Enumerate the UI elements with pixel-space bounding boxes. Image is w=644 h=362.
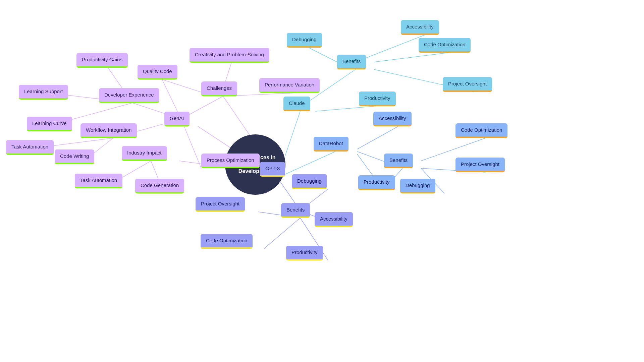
node-task-automation-left[interactable]: Task Automation [6, 140, 54, 155]
svg-line-27 [309, 48, 337, 62]
node-learning-curve[interactable]: Learning Curve [27, 117, 72, 131]
node-performance-variation[interactable]: Performance Variation [259, 78, 320, 93]
node-workflow-integration[interactable]: Workflow Integration [80, 123, 137, 138]
node-creativity[interactable]: Creativity and Problem-Solving [190, 48, 269, 63]
svg-line-29 [357, 126, 398, 149]
node-claude-benefits[interactable]: Benefits [337, 55, 366, 69]
node-code-generation[interactable]: Code Generation [135, 179, 184, 193]
svg-line-25 [374, 53, 448, 62]
node-genai[interactable]: GenAI [164, 112, 190, 126]
node-datarobot-productivity[interactable]: Productivity [358, 175, 395, 190]
node-claude-debugging[interactable]: Debugging [287, 33, 322, 48]
svg-line-24 [356, 35, 425, 62]
node-challenges[interactable]: Challenges [201, 81, 237, 96]
node-industry-impact[interactable]: Industry Impact [122, 146, 167, 161]
node-claude-code-opt[interactable]: Code Optimization [419, 38, 471, 53]
svg-line-21 [162, 79, 201, 92]
svg-line-37 [264, 218, 300, 249]
node-gpt3-benefits[interactable]: Benefits [281, 203, 310, 218]
node-gpt3-code-opt[interactable]: Code Optimization [201, 234, 253, 249]
node-claude-project-oversight[interactable]: Project Oversight [443, 77, 492, 92]
node-datarobot-project-oversight[interactable]: Project Oversight [455, 158, 505, 172]
node-gpt3-productivity[interactable]: Productivity [286, 246, 323, 260]
node-code-writing[interactable]: Code Writing [55, 149, 94, 164]
node-datarobot[interactable]: DataRobot [314, 137, 348, 152]
node-process-optimization[interactable]: Process Optimization [201, 154, 260, 168]
node-datarobot-debugging[interactable]: Debugging [400, 179, 435, 193]
svg-line-1 [285, 152, 335, 174]
node-learning-support[interactable]: Learning Support [19, 85, 68, 100]
node-task-automation-right[interactable]: Task Automation [75, 174, 122, 188]
node-gpt3-accessibility[interactable]: Accessibility [315, 212, 353, 227]
node-gpt3-debugging[interactable]: Debugging [292, 174, 327, 189]
node-claude[interactable]: Claude [283, 97, 310, 111]
node-gpt3-project-oversight[interactable]: Project Oversight [196, 197, 245, 212]
node-claude-productivity[interactable]: Productivity [359, 92, 396, 106]
svg-line-0 [285, 111, 300, 156]
node-datarobot-code-opt[interactable]: Code Optimization [455, 123, 507, 138]
node-quality-code[interactable]: Quality Code [138, 65, 177, 79]
svg-line-23 [315, 106, 374, 111]
node-datarobot-accessibility[interactable]: Accessibility [373, 112, 412, 126]
node-gpt3[interactable]: GPT-3 [260, 162, 285, 177]
svg-line-10 [181, 119, 201, 168]
node-datarobot-benefits[interactable]: Benefits [384, 154, 413, 168]
node-claude-accessibility[interactable]: Accessibility [401, 20, 439, 35]
node-developer-experience[interactable]: Developer Experience [99, 88, 159, 103]
node-productivity-gains[interactable]: Productivity Gains [76, 53, 128, 68]
